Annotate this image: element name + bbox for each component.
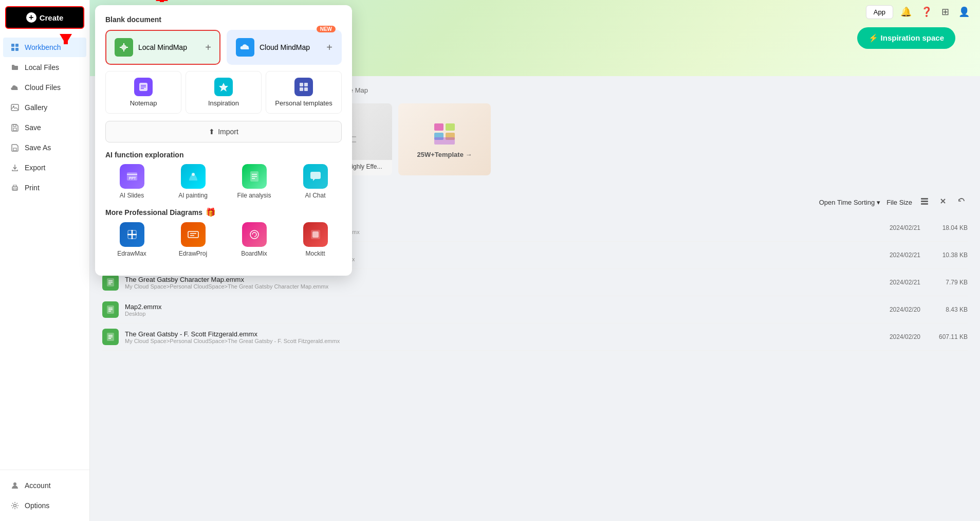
sidebar: + Create Workbench Local Files Cloud Fil… (0, 0, 90, 521)
file-date: 2024/02/21 (869, 251, 920, 259)
sidebar-label-save: Save (25, 123, 41, 132)
file-path: Desktop (125, 311, 863, 317)
user-circle-icon[interactable]: 👤 (956, 4, 972, 20)
sidebar-label-gallery: Gallery (25, 103, 47, 112)
list-view-button[interactable] (918, 195, 931, 209)
inspiration-card[interactable]: Inspiration (186, 71, 262, 114)
svg-rect-8 (13, 148, 16, 151)
sidebar-item-account[interactable]: Account (3, 476, 86, 495)
sort-button[interactable]: Open Time Sorting ▾ (819, 199, 880, 206)
cloud-mindmap-plus[interactable]: + (326, 42, 332, 53)
local-mindmap-card[interactable]: Local MindMap + (105, 30, 220, 65)
ai-chat-item[interactable]: AI Chat (289, 164, 342, 199)
prof-label-text: More Professional Diagrams (105, 208, 202, 217)
personal-templates-card[interactable]: Personal templates (266, 71, 342, 114)
svg-rect-34 (921, 203, 928, 205)
file-analysis-icon (242, 164, 267, 189)
grid-apps-icon[interactable]: ⊞ (939, 4, 951, 20)
topbar: App 🔔 ❓ ⊞ 👤 (858, 0, 980, 24)
ai-slides-item[interactable]: PPT AI Slides (105, 164, 158, 199)
inspiration-icon (214, 78, 233, 96)
file-date: 2024/02/20 (869, 306, 920, 313)
ai-slides-label: AI Slides (120, 192, 144, 199)
import-icon: ⬆ (209, 128, 215, 136)
edrawmax-icon (120, 222, 144, 247)
file-date: 2024/02/20 (869, 333, 920, 340)
delete-button[interactable] (937, 195, 949, 209)
ai-section-label: AI function exploration (105, 151, 342, 159)
inspiration-label: Inspiration (208, 99, 239, 107)
chevron-down-icon: ▾ (877, 199, 880, 206)
sidebar-label-export: Export (25, 164, 45, 172)
file-path: My Cloud Space>Personal CloudSpace>The G… (125, 338, 863, 344)
edrawproj-item[interactable]: EdrawProj (167, 222, 219, 257)
help-icon[interactable]: ❓ (919, 4, 934, 20)
svg-marker-48 (219, 83, 228, 92)
svg-text:PPT: PPT (129, 176, 136, 180)
save-as-icon (10, 143, 20, 152)
prof-section-label: More Professional Diagrams 🎁 (105, 207, 342, 217)
import-button[interactable]: ⬆ Import (105, 121, 342, 142)
app-button[interactable]: App (866, 5, 893, 19)
mockitt-item[interactable]: Mockitt (289, 222, 342, 257)
fire-icon: 🎁 (206, 207, 216, 217)
svg-rect-4 (11, 104, 19, 111)
file-size: 18.04 KB (927, 224, 968, 231)
ai-chat-label: AI Chat (305, 192, 325, 199)
personal-templates-label: Personal templates (275, 99, 332, 107)
file-date: 2024/02/21 (869, 279, 920, 286)
edrawproj-icon (181, 222, 206, 247)
ai-painting-label: AI painting (178, 192, 208, 199)
bell-icon[interactable]: 🔔 (898, 4, 914, 20)
blank-doc-label: Blank document (105, 15, 342, 24)
file-path: My Cloud Space>Personal CloudSpace>The G… (125, 283, 863, 290)
other-types-row: Notemap Inspiration Personal templates (105, 71, 342, 114)
create-button[interactable]: + Create (5, 6, 84, 29)
file-analysis-item[interactable]: File analysis (228, 164, 281, 199)
file-icon (102, 274, 119, 291)
svg-rect-50 (304, 83, 308, 86)
personal-templates-icon (294, 78, 313, 96)
file-name: Map2.emmx (125, 303, 863, 311)
notemap-icon (134, 78, 153, 96)
boardmix-icon (242, 222, 267, 247)
table-row[interactable]: The Great Gatsby - F. Scott Fitzgerald.e… (102, 324, 968, 351)
sidebar-item-export[interactable]: Export (3, 158, 86, 177)
edrawmax-item[interactable]: EdrawMax (105, 222, 158, 257)
template-card-25w[interactable]: 25W+Template → (398, 103, 491, 175)
svg-rect-58 (188, 231, 198, 238)
refresh-button[interactable] (955, 195, 968, 209)
sidebar-item-save[interactable]: Save (3, 118, 86, 137)
sidebar-label-local-files: Local Files (25, 63, 59, 71)
sidebar-item-gallery[interactable]: Gallery (3, 98, 86, 117)
svg-rect-33 (921, 201, 928, 202)
file-name: The Great Gatsby - F. Scott Fitzgerald.e… (125, 330, 863, 338)
file-info: Map2.emmx Desktop (125, 303, 863, 317)
svg-rect-6 (13, 128, 16, 131)
file-analysis-label: File analysis (237, 192, 271, 199)
sidebar-item-print[interactable]: Print (3, 178, 86, 197)
sidebar-item-local-files[interactable]: Local Files (3, 58, 86, 77)
ai-painting-item[interactable]: AI painting (167, 164, 219, 199)
local-mindmap-plus[interactable]: + (205, 42, 211, 53)
boardmix-item[interactable]: BoardMix (228, 222, 281, 257)
arrow-up-indicator (56, 29, 76, 46)
svg-rect-51 (300, 87, 303, 91)
image-icon (10, 103, 20, 112)
sidebar-item-cloud-files[interactable]: Cloud Files (3, 78, 86, 97)
svg-rect-63 (64, 34, 68, 44)
file-size-header: File Size (886, 199, 912, 206)
sidebar-item-options[interactable]: Options (3, 496, 86, 515)
inspiration-space-button[interactable]: ⚡ Inspiration space (857, 27, 955, 49)
create-label: Create (40, 13, 64, 22)
notemap-card[interactable]: Notemap (105, 71, 181, 114)
svg-rect-41 (160, 0, 164, 2)
cloud-mindmap-card[interactable]: NEW Cloud MindMap + (227, 30, 342, 65)
svg-point-59 (250, 230, 258, 239)
ai-painting-icon (181, 164, 206, 189)
create-dropdown: Blank document Local MindMap + NEW Cloud… (95, 5, 352, 276)
table-row[interactable]: Map2.emmx Desktop 2024/02/20 8.43 KB (102, 296, 968, 324)
svg-rect-52 (304, 87, 308, 91)
sidebar-item-save-as[interactable]: Save As (3, 138, 86, 157)
sort-label: Open Time Sorting (819, 199, 875, 206)
